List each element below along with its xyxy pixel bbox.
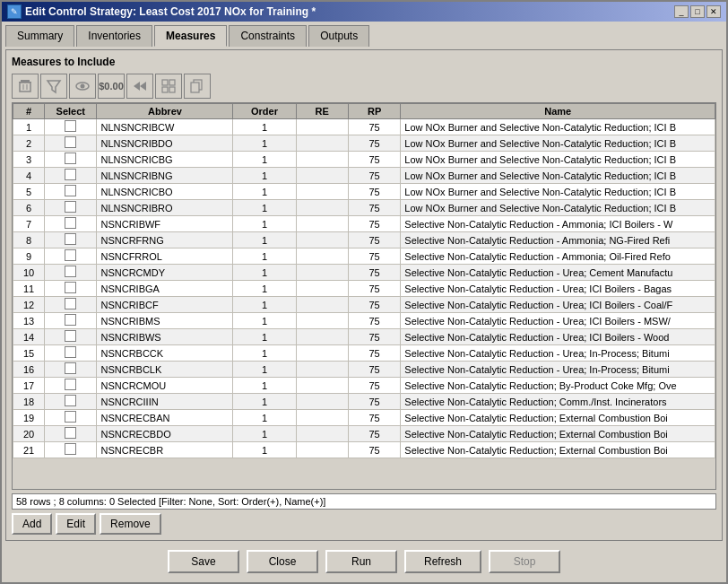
row-re (296, 135, 348, 152)
col-header-num: # (13, 104, 45, 119)
copy-button[interactable] (184, 74, 211, 99)
row-abbrev: NSNCRBCCK (97, 345, 233, 362)
tab-summary[interactable]: Summary (5, 25, 74, 47)
restore-button[interactable]: □ (690, 5, 705, 18)
row-order: 1 (233, 200, 296, 216)
delete-button[interactable] (12, 74, 39, 99)
row-re (296, 442, 348, 458)
row-name: Selective Non-Catalytic Reduction; Comm.… (401, 394, 715, 410)
col-header-order: Order (233, 104, 296, 119)
row-rp: 75 (348, 119, 400, 135)
minimize-button[interactable]: _ (674, 5, 689, 18)
row-checkbox[interactable] (65, 249, 76, 261)
table-row[interactable]: 21NSNCRECBR175Selective Non-Catalytic Re… (13, 442, 715, 458)
table-row[interactable]: 2NLNSNCRIBDO175Low NOx Burner and Select… (13, 135, 715, 152)
row-name: Selective Non-Catalytic Reduction - Urea… (401, 297, 715, 313)
svg-rect-10 (162, 80, 168, 85)
row-re (296, 152, 348, 168)
save-button[interactable]: Save (168, 550, 239, 573)
table-row[interactable]: 18NSNCRCIIIN175Selective Non-Catalytic R… (13, 394, 715, 410)
row-checkbox[interactable] (65, 185, 76, 196)
row-abbrev: NSNCRECBDO (97, 426, 233, 442)
remove-button[interactable]: Remove (100, 513, 161, 535)
view-button[interactable] (69, 74, 96, 99)
row-rp: 75 (348, 184, 400, 200)
row-checkbox[interactable] (65, 314, 76, 326)
row-num: 12 (13, 297, 45, 313)
table-row[interactable]: 15NSNCRBCCK175Selective Non-Catalytic Re… (13, 345, 715, 362)
cost-button[interactable]: $0.00 (98, 74, 125, 99)
row-checkbox[interactable] (65, 330, 76, 342)
table-row[interactable]: 20NSNCRECBDO175Selective Non-Catalytic R… (13, 426, 715, 442)
grid-button[interactable] (155, 74, 182, 99)
table-row[interactable]: 1NLNSNCRIBCW175Low NOx Burner and Select… (13, 119, 715, 135)
row-checkbox[interactable] (65, 346, 76, 358)
row-re (296, 232, 348, 248)
rewind-button[interactable] (126, 74, 153, 99)
tab-inventories[interactable]: Inventories (76, 25, 152, 47)
table-row[interactable]: 6NLNSNCRIBRO175Low NOx Burner and Select… (13, 200, 715, 216)
row-abbrev: NSNCRIBGA (97, 281, 233, 297)
row-num: 20 (13, 426, 45, 442)
row-checkbox[interactable] (65, 362, 76, 374)
row-checkbox[interactable] (65, 201, 76, 213)
row-checkbox[interactable] (65, 266, 76, 277)
row-num: 21 (13, 442, 45, 458)
svg-rect-13 (169, 87, 175, 92)
row-checkbox[interactable] (65, 282, 76, 293)
row-checkbox[interactable] (65, 120, 76, 132)
status-bar: 58 rows ; 8 columns: 0 Selected [Filter:… (12, 493, 716, 510)
row-num: 18 (13, 394, 45, 410)
table-row[interactable]: 7NSNCRIBWF175Selective Non-Catalytic Red… (13, 216, 715, 232)
section-label: Measures to Include (12, 56, 716, 68)
table-row[interactable]: 4NLNSNCRIBNG175Low NOx Burner and Select… (13, 168, 715, 184)
table-row[interactable]: 16NSNCRBCLK175Selective Non-Catalytic Re… (13, 362, 715, 378)
add-button[interactable]: Add (12, 513, 52, 535)
row-checkbox[interactable] (65, 395, 76, 406)
row-order: 1 (233, 426, 296, 442)
close-button[interactable]: ✕ (706, 5, 721, 18)
tab-measures[interactable]: Measures (154, 25, 227, 47)
row-abbrev: NSNCRIBCF (97, 297, 233, 313)
row-checkbox[interactable] (65, 153, 76, 164)
table-row[interactable]: 9NSNCFRROL175Selective Non-Catalytic Red… (13, 248, 715, 265)
tab-outputs[interactable]: Outputs (308, 25, 369, 47)
table-row[interactable]: 19NSNCRECBAN175Selective Non-Catalytic R… (13, 410, 715, 426)
row-checkbox[interactable] (65, 298, 76, 309)
row-checkbox[interactable] (65, 217, 76, 229)
tab-constraints[interactable]: Constraints (229, 25, 307, 47)
row-checkbox[interactable] (65, 379, 76, 390)
edit-button[interactable]: Edit (56, 513, 96, 535)
row-abbrev: NSNCRECBR (97, 442, 233, 458)
close-button[interactable]: Close (247, 550, 318, 573)
run-button[interactable]: Run (325, 550, 397, 573)
row-checkbox[interactable] (65, 233, 76, 245)
table-row[interactable]: 3NLNSNCRICBG175Low NOx Burner and Select… (13, 152, 715, 168)
table-row[interactable]: 8NSNCRFRNG175Selective Non-Catalytic Red… (13, 232, 715, 248)
table-row[interactable]: 13NSNCRIBMS175Selective Non-Catalytic Re… (13, 313, 715, 329)
row-rp: 75 (348, 232, 400, 248)
app-icon: ✎ (7, 4, 22, 19)
tab-bar: Summary Inventories Measures Constraints… (5, 25, 723, 47)
table-row[interactable]: 11NSNCRIBGA175Selective Non-Catalytic Re… (13, 281, 715, 297)
row-abbrev: NSNCRECBAN (97, 410, 233, 426)
filter-button[interactable] (40, 74, 67, 99)
table-row[interactable]: 14NSNCRIBWS175Selective Non-Catalytic Re… (13, 329, 715, 345)
row-abbrev: NSNCRCMOU (97, 378, 233, 394)
table-row[interactable]: 17NSNCRCMOU175Selective Non-Catalytic Re… (13, 378, 715, 394)
row-checkbox[interactable] (65, 443, 76, 455)
row-checkbox[interactable] (65, 169, 76, 180)
table-row[interactable]: 12NSNCRIBCF175Selective Non-Catalytic Re… (13, 297, 715, 313)
row-rp: 75 (348, 362, 400, 378)
refresh-button[interactable]: Refresh (404, 550, 481, 573)
table-row[interactable]: 10NSNCRCMDY175Selective Non-Catalytic Re… (13, 265, 715, 281)
svg-rect-0 (21, 80, 30, 82)
row-checkbox[interactable] (65, 411, 76, 423)
row-num: 5 (13, 184, 45, 200)
measures-table[interactable]: # Select Abbrev Order RE RP Name 1NLNSNC… (12, 102, 716, 490)
row-abbrev: NSNCRFRNG (97, 232, 233, 248)
row-re (296, 394, 348, 410)
row-checkbox[interactable] (65, 427, 76, 439)
row-checkbox[interactable] (65, 136, 76, 148)
table-row[interactable]: 5NLNSNCRICBO175Low NOx Burner and Select… (13, 184, 715, 200)
